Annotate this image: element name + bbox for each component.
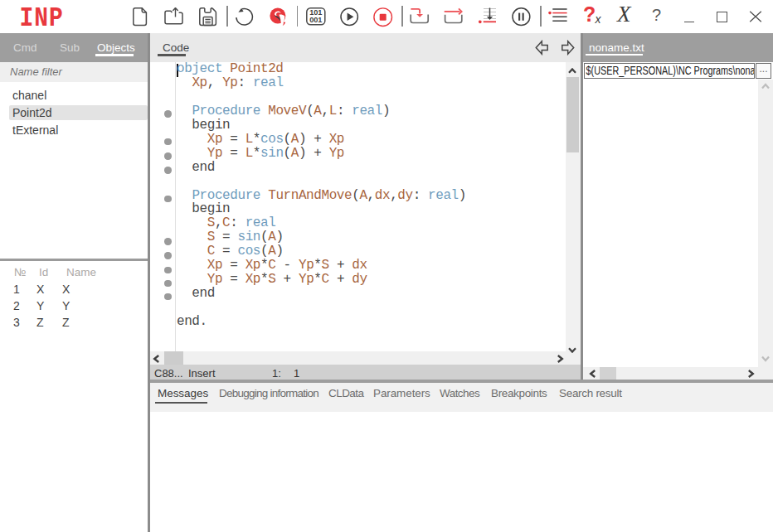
svg-text:001: 001 bbox=[309, 16, 322, 24]
